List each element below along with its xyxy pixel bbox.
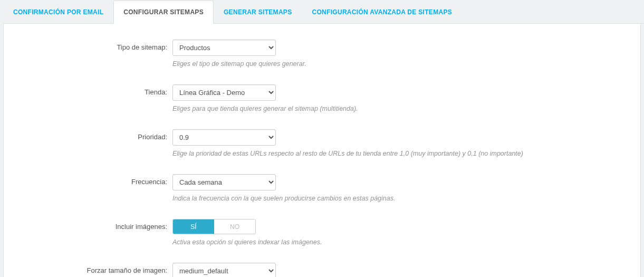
select-image-size[interactable]: medium_default [172, 263, 276, 277]
toggle-include-images[interactable]: SÍ NO [172, 219, 256, 234]
tabs: CONFIRMACIÓN POR EMAIL CONFIGURAR SITEMA… [3, 0, 644, 24]
row-include-images: Incluir imágenes: SÍ NO Activa esta opci… [14, 219, 630, 246]
field-include-images: SÍ NO Activa esta opción si quieres inde… [172, 219, 630, 246]
help-frequency: Indica la frecuencia con la que suelen p… [172, 195, 630, 202]
panel-configure-sitemaps: Tipo de sitemap: Productos Eliges el tip… [3, 24, 641, 277]
label-sitemap-type: Tipo de sitemap: [14, 40, 172, 51]
tab-configure-sitemaps[interactable]: CONFIGURAR SITEMAPS [113, 1, 214, 24]
select-frequency[interactable]: Cada semana [172, 174, 276, 190]
select-shop[interactable]: Línea Gráfica - Demo [172, 84, 276, 101]
field-priority: 0.9 Elige la prioridad de estas URLs res… [172, 129, 630, 157]
row-sitemap-type: Tipo de sitemap: Productos Eliges el tip… [14, 40, 630, 68]
help-priority: Elige la prioridad de estas URLs respect… [172, 150, 630, 157]
tab-advanced-sitemaps[interactable]: CONFIGURACIÓN AVANZADA DE SITEMAPS [302, 1, 462, 24]
label-include-images: Incluir imágenes: [14, 219, 172, 231]
tab-generate-sitemaps[interactable]: GENERAR SITEMAPS [214, 1, 302, 24]
select-priority[interactable]: 0.9 [172, 129, 276, 146]
label-frequency: Frecuencia: [14, 174, 172, 186]
row-shop: Tienda: Línea Gráfica - Demo Eliges para… [14, 84, 630, 112]
help-include-images: Activa esta opción si quieres indexar la… [172, 238, 630, 246]
field-image-size: medium_default Fuerza el tamaño tamaño s… [172, 263, 630, 277]
toggle-yes[interactable]: SÍ [173, 219, 214, 234]
toggle-no[interactable]: NO [214, 219, 255, 234]
help-sitemap-type: Eliges el tipo de sitemap que quieres ge… [172, 60, 630, 68]
tab-email-confirm[interactable]: CONFIRMACIÓN POR EMAIL [3, 1, 113, 24]
select-sitemap-type[interactable]: Productos [172, 40, 276, 56]
row-priority: Prioridad: 0.9 Elige la prioridad de est… [14, 129, 630, 157]
help-shop: Eliges para que tienda quieres generar e… [172, 105, 630, 112]
row-image-size: Forzar tamaño de imagen: medium_default … [14, 263, 630, 277]
label-image-size: Forzar tamaño de imagen: [14, 263, 172, 274]
field-shop: Línea Gráfica - Demo Eliges para que tie… [172, 84, 630, 112]
label-shop: Tienda: [14, 84, 172, 96]
field-sitemap-type: Productos Eliges el tipo de sitemap que … [172, 40, 630, 68]
label-priority: Prioridad: [14, 129, 172, 141]
field-frequency: Cada semana Indica la frecuencia con la … [172, 174, 630, 202]
row-frequency: Frecuencia: Cada semana Indica la frecue… [14, 174, 630, 202]
